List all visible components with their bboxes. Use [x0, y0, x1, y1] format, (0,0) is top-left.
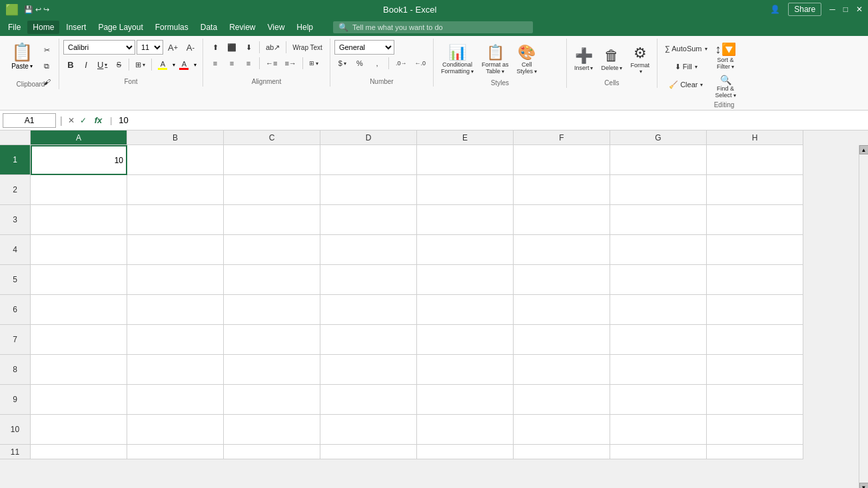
- underline-button[interactable]: U▾: [94, 57, 111, 72]
- close-button[interactable]: ✕: [856, 5, 863, 14]
- cell-C7[interactable]: [224, 325, 320, 355]
- align-middle-button[interactable]: ⬛: [224, 40, 240, 55]
- menu-help[interactable]: Help: [291, 21, 318, 34]
- cell-F8[interactable]: [514, 355, 610, 385]
- cell-B9[interactable]: [127, 385, 224, 415]
- col-header-E[interactable]: E: [417, 130, 514, 145]
- menu-file[interactable]: File: [3, 21, 26, 34]
- select-all-button[interactable]: [0, 130, 31, 145]
- align-left-button[interactable]: ≡: [207, 56, 223, 71]
- col-header-F[interactable]: F: [514, 130, 610, 145]
- cell-B7[interactable]: [127, 325, 224, 355]
- cell-G5[interactable]: [610, 265, 707, 295]
- cell-G9[interactable]: [610, 385, 707, 415]
- cell-D4[interactable]: [320, 235, 417, 265]
- font-color-button[interactable]: A: [176, 57, 192, 72]
- percent-button[interactable]: %: [352, 56, 368, 71]
- cell-B5[interactable]: [127, 265, 224, 295]
- align-bottom-button[interactable]: ⬇: [240, 40, 256, 55]
- cell-G3[interactable]: [610, 205, 707, 235]
- menu-home[interactable]: Home: [27, 21, 59, 34]
- cell-D6[interactable]: [320, 295, 417, 325]
- menu-review[interactable]: Review: [224, 21, 260, 34]
- cell-D10[interactable]: [320, 415, 417, 445]
- cell-E3[interactable]: [417, 205, 514, 235]
- cell-F6[interactable]: [514, 295, 610, 325]
- cell-G2[interactable]: [610, 175, 707, 205]
- fill-color-dropdown[interactable]: ▾: [173, 62, 175, 68]
- cell-G8[interactable]: [610, 355, 707, 385]
- formula-input[interactable]: [116, 113, 865, 128]
- row-header-5[interactable]: 5: [0, 265, 31, 295]
- cell-styles-button[interactable]: 🎨 CellStyles▾: [513, 40, 540, 79]
- sort-filter-button[interactable]: ↕🔽 Sort &Filter▾: [712, 40, 739, 72]
- conditional-formatting-button[interactable]: 📊 ConditionalFormatting▾: [438, 40, 477, 79]
- wrap-text-button[interactable]: Wrap Text: [289, 40, 326, 55]
- col-header-G[interactable]: G: [610, 130, 707, 145]
- row-header-4[interactable]: 4: [0, 235, 31, 265]
- cell-C1[interactable]: [224, 145, 320, 175]
- row-header-7[interactable]: 7: [0, 325, 31, 355]
- fill-button[interactable]: ⬇ Fill ▾: [661, 58, 711, 75]
- row-header-11[interactable]: 11: [0, 445, 31, 459]
- col-header-H[interactable]: H: [707, 130, 803, 145]
- comma-button[interactable]: ,: [369, 56, 385, 71]
- cell-F11[interactable]: [514, 445, 610, 459]
- cell-C11[interactable]: [224, 445, 320, 459]
- cell-G10[interactable]: developerpublish.com: [610, 415, 707, 445]
- copy-button[interactable]: ⧉: [39, 59, 55, 73]
- cell-D2[interactable]: [320, 175, 417, 205]
- bold-button[interactable]: B: [63, 57, 78, 72]
- cell-C8[interactable]: [224, 355, 320, 385]
- search-bar[interactable]: 🔍 Tell me what you want to do: [333, 21, 533, 33]
- col-header-A[interactable]: A: [31, 130, 127, 145]
- cell-F10[interactable]: [514, 415, 610, 445]
- menu-page-layout[interactable]: Page Layout: [93, 21, 148, 34]
- cell-F4[interactable]: [514, 235, 610, 265]
- row-header-1[interactable]: 1: [0, 145, 31, 175]
- merge-center-button[interactable]: ⊞▾: [306, 56, 322, 71]
- cell-C3[interactable]: [224, 205, 320, 235]
- cell-B6[interactable]: [127, 295, 224, 325]
- decrease-decimal-button[interactable]: ←.0: [411, 56, 429, 71]
- menu-formulas[interactable]: Formulas: [150, 21, 194, 34]
- cell-F7[interactable]: [514, 325, 610, 355]
- insert-function-button[interactable]: fx: [91, 115, 107, 125]
- cancel-formula-button[interactable]: ✕: [67, 116, 76, 125]
- cell-A5[interactable]: [31, 265, 127, 295]
- minimize-button[interactable]: ─: [829, 5, 835, 14]
- cell-D9[interactable]: [320, 385, 417, 415]
- cell-reference-box[interactable]: A1: [3, 113, 56, 128]
- text-rotation-button[interactable]: ab↗: [262, 40, 283, 55]
- cell-H11[interactable]: [707, 445, 803, 459]
- cell-F9[interactable]: [514, 385, 610, 415]
- col-header-B[interactable]: B: [127, 130, 224, 145]
- cell-D3[interactable]: [320, 205, 417, 235]
- cell-D8[interactable]: [320, 355, 417, 385]
- menu-view[interactable]: View: [262, 21, 290, 34]
- cell-F2[interactable]: [514, 175, 610, 205]
- row-header-9[interactable]: 9: [0, 385, 31, 415]
- cell-D11[interactable]: [320, 445, 417, 459]
- cell-D5[interactable]: [320, 265, 417, 295]
- align-center-button[interactable]: ≡: [224, 56, 240, 71]
- cell-B3[interactable]: [127, 205, 224, 235]
- cell-B4[interactable]: [127, 235, 224, 265]
- cell-A2[interactable]: [31, 175, 127, 205]
- menu-data[interactable]: Data: [195, 21, 222, 34]
- share-button[interactable]: Share: [788, 3, 821, 16]
- cell-H7[interactable]: [707, 325, 803, 355]
- cell-C2[interactable]: [224, 175, 320, 205]
- cell-E9[interactable]: [417, 385, 514, 415]
- fill-color-button[interactable]: A: [155, 57, 171, 72]
- cell-E8[interactable]: [417, 355, 514, 385]
- cell-D7[interactable]: [320, 325, 417, 355]
- cell-H10[interactable]: [707, 415, 803, 445]
- cell-H6[interactable]: [707, 295, 803, 325]
- cell-E5[interactable]: [417, 265, 514, 295]
- cell-D1[interactable]: [320, 145, 417, 175]
- maximize-button[interactable]: □: [843, 5, 848, 14]
- cell-A11[interactable]: [31, 445, 127, 459]
- cell-H4[interactable]: [707, 235, 803, 265]
- cell-E11[interactable]: [417, 445, 514, 459]
